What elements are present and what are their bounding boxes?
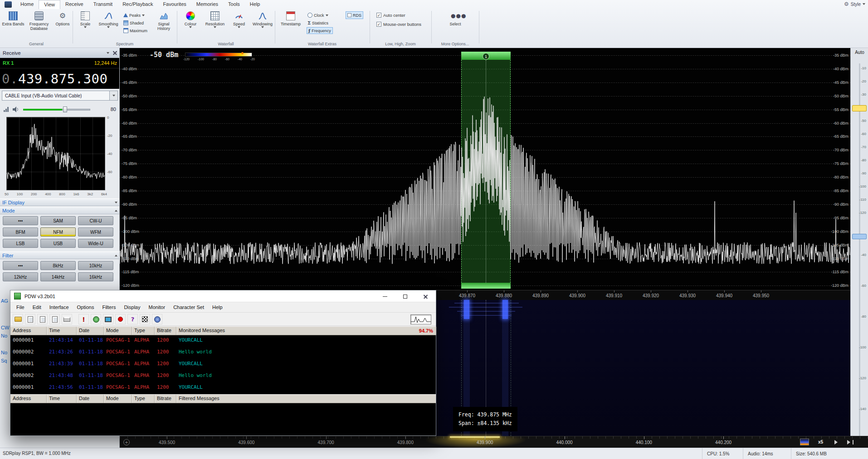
column-header-time[interactable]: Time <box>47 395 77 403</box>
scroll-right-icon[interactable] <box>834 440 838 445</box>
audio-device-select[interactable]: CABLE Input (VB-Audio Virtual Cable) <box>2 91 118 101</box>
ribbon-tab-receive[interactable]: Receive <box>60 0 88 9</box>
pdw-menu-file[interactable]: File <box>12 304 29 310</box>
pdw-tool-globe-icon[interactable] <box>91 314 101 324</box>
filter-button-10khz[interactable]: 10kHz <box>78 261 113 270</box>
section-if-display[interactable]: IF Display <box>0 198 120 206</box>
column-header-date[interactable]: Date <box>77 327 104 335</box>
monitored-messages-list[interactable]: 000000121:43:1401-11-18POCSAG-1ALPHA1200… <box>10 335 436 394</box>
volume-slider[interactable] <box>23 106 90 112</box>
colour-button[interactable]: Colour <box>180 11 200 41</box>
mode-button-sam[interactable]: SAM <box>40 216 76 225</box>
mode-button-lsb[interactable]: LSB <box>3 239 38 248</box>
close-icon[interactable] <box>113 51 117 55</box>
ribbon-tab-home[interactable]: Home <box>15 0 39 9</box>
column-header-type[interactable]: Type <box>132 327 155 335</box>
mouse-over-buttons-checkbox-row[interactable]: ✓ Mouse-over buttons <box>376 22 421 27</box>
pdw-tool-open-folder-icon[interactable] <box>13 314 23 324</box>
low-range-slider-handle[interactable] <box>852 105 867 111</box>
spectrum-display[interactable]: 1 -50 dBm -120-100-80-60-40-20 -35 dBm-3… <box>120 48 850 290</box>
speaker-icon[interactable] <box>12 106 20 112</box>
filtered-messages-header[interactable]: AddressTimeDateModeTypeBitrateFiltered M… <box>10 394 436 403</box>
filter-button-16khz[interactable]: 16kHz <box>78 272 113 281</box>
message-row[interactable]: 000000221:43:2601-11-18POCSAG-1ALPHA1200… <box>10 347 436 359</box>
message-row[interactable]: 000000121:43:5601-11-18POCSAG-1ALPHA1200… <box>10 382 436 394</box>
volume-slider-handle[interactable] <box>63 106 67 112</box>
pdw-menu-monitor[interactable]: Monitor <box>144 304 169 310</box>
column-header-time[interactable]: Time <box>47 327 77 335</box>
column-header-address[interactable]: Address <box>10 327 47 335</box>
maximize-button[interactable] <box>395 290 415 302</box>
zoom-icon[interactable]: + <box>123 439 130 445</box>
rds-checkbox[interactable] <box>347 13 351 17</box>
mode-button-wfm[interactable]: WFM <box>78 227 113 237</box>
pdw-tool-help-icon[interactable]: ? <box>127 314 138 324</box>
pdw-tool-monitor-icon[interactable] <box>103 314 113 324</box>
timestamp-button[interactable]: Timestamp <box>278 11 303 41</box>
chevron-down-icon[interactable] <box>107 52 109 54</box>
auto-center-checkbox-row[interactable]: ✓ Auto center <box>376 13 405 18</box>
waterfall-thumbnail-icon[interactable] <box>800 439 809 445</box>
frequency-display[interactable]: 0. 439.875.300 <box>0 68 120 89</box>
column-header-address[interactable]: Address <box>10 395 47 403</box>
mode-button-item[interactable]: ••• <box>3 216 38 225</box>
frequency-database-button[interactable]: Frequency Database <box>26 11 52 41</box>
pdw-menu-edit[interactable]: Edit <box>29 304 45 310</box>
style-selector[interactable]: ⚙ Style <box>844 1 865 7</box>
skip-end-icon[interactable] <box>847 440 850 445</box>
minimize-button[interactable] <box>375 290 395 302</box>
filter-button-item[interactable]: ••• <box>3 261 38 270</box>
column-header-bitrate[interactable]: Bitrate <box>155 327 176 335</box>
pdw-tool-copy-pages-icon[interactable] <box>37 314 48 324</box>
pdw-tool-record-icon[interactable] <box>115 314 126 324</box>
ribbon-tab-memories[interactable]: Memories <box>191 0 223 9</box>
pdw-tool-checker-flag-icon[interactable] <box>140 314 150 324</box>
ribbon-tab-rec-playback[interactable]: Rec/Playback <box>117 0 158 9</box>
mode-button-cw-u[interactable]: CW-U <box>78 216 113 225</box>
monitored-messages-header[interactable]: AddressTimeDateModeTypeBitrateMonitored … <box>10 326 436 335</box>
close-button[interactable] <box>415 290 436 302</box>
pdw-menu-character-set[interactable]: Character Set <box>169 304 208 310</box>
column-header-monitored-messages[interactable]: Monitored Messages <box>176 327 436 335</box>
message-row[interactable]: 000000121:43:3901-11-18POCSAG-1ALPHA1200… <box>10 359 436 371</box>
pdw-menu-filters[interactable]: Filters <box>98 304 120 310</box>
section-mode[interactable]: Mode <box>0 207 120 214</box>
mode-button-usb[interactable]: USB <box>40 239 76 248</box>
clock-menu-item[interactable]: Clock <box>307 12 328 19</box>
scale-button[interactable]: Scale <box>75 11 95 41</box>
checkbox-checked-icon[interactable]: ✓ <box>376 22 381 27</box>
message-row[interactable]: 000000121:43:1401-11-18POCSAG-1ALPHA1200… <box>10 335 436 347</box>
checkbox-checked-icon[interactable]: ✓ <box>376 13 381 18</box>
smoothing-button[interactable]: Smoothing <box>96 11 121 41</box>
receive-panel-titlebar[interactable]: Receive <box>0 48 120 58</box>
filter-button-8khz[interactable]: 8kHz <box>40 261 76 270</box>
pdw-tool-web-icon[interactable] <box>152 314 162 324</box>
resolution-button[interactable]: Resolution <box>202 11 228 41</box>
column-header-date[interactable]: Date <box>77 395 104 403</box>
pdw-menu-help[interactable]: Help <box>208 304 227 310</box>
column-header-mode[interactable]: Mode <box>104 327 132 335</box>
column-header-filtered-messages[interactable]: Filtered Messages <box>176 395 436 403</box>
options-button[interactable]: ⚙ Options <box>53 11 73 41</box>
shaded-menu-item[interactable]: Shaded <box>123 19 144 26</box>
column-header-mode[interactable]: Mode <box>104 395 132 403</box>
statistics-menu-item[interactable]: Σ Statistics <box>307 19 328 26</box>
pdw-tool-print-icon[interactable] <box>62 314 72 324</box>
section-filter[interactable]: Filter <box>0 251 120 259</box>
ribbon-tab-view[interactable]: View <box>39 0 60 9</box>
maximum-menu-item[interactable]: Maximum <box>123 27 147 34</box>
select-button[interactable]: ●●● Select <box>444 11 467 41</box>
rx-marker-badge[interactable]: 1 <box>483 53 489 60</box>
filter-button-14khz[interactable]: 14kHz <box>40 272 76 281</box>
pdw-titlebar[interactable]: PDW v3.2b01 <box>10 290 436 302</box>
frequency-menu-item[interactable]: ƒ Frequency <box>307 27 333 34</box>
speed-button[interactable]: Speed <box>229 11 249 41</box>
ribbon-tab-tools[interactable]: Tools <box>223 0 245 9</box>
auto-range-button[interactable]: Auto <box>851 50 868 55</box>
pdw-menu-options[interactable]: Options <box>73 304 98 310</box>
pdw-menu-display[interactable]: Display <box>120 304 144 310</box>
high-range-slider-handle[interactable] <box>852 234 867 239</box>
pdw-tool-copy-page-icon[interactable] <box>25 314 35 324</box>
message-row[interactable]: 000000221:43:4801-11-18POCSAG-1ALPHA1200… <box>10 371 436 382</box>
windowing-button[interactable]: Windowing <box>250 11 275 41</box>
